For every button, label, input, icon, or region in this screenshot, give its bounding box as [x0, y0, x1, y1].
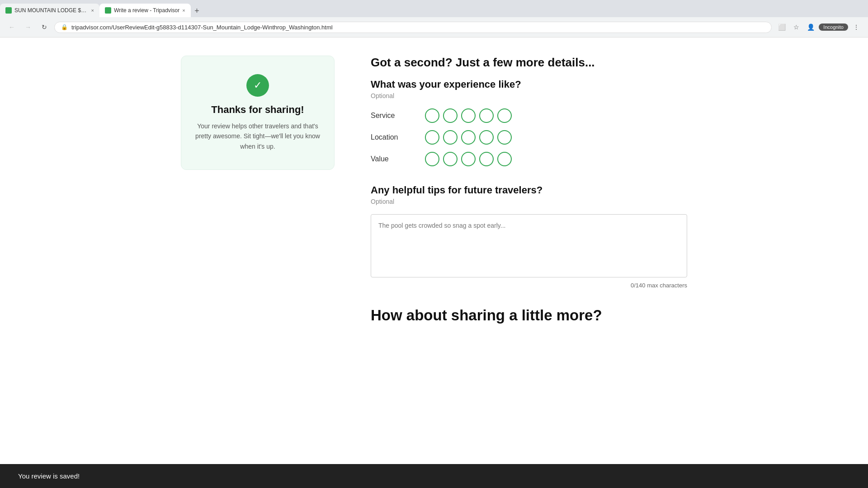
profile-button[interactable]: 👤: [804, 21, 817, 33]
tips-optional: Optional: [371, 198, 687, 205]
service-rating-row: Service: [371, 108, 687, 123]
more-title: How about sharing a little more?: [371, 307, 687, 324]
value-circle-5[interactable]: [497, 152, 512, 166]
service-circle-3[interactable]: [461, 108, 476, 123]
new-tab-button[interactable]: +: [191, 5, 203, 17]
location-label: Location: [371, 133, 425, 141]
reload-button[interactable]: ↻: [38, 21, 51, 33]
tips-textarea[interactable]: [371, 214, 687, 277]
service-circle-2[interactable]: [443, 108, 458, 123]
page-content: ✓ Thanks for sharing! Your review helps …: [0, 38, 868, 488]
value-circles: [425, 152, 512, 166]
browser-tab-1[interactable]: SUN MOUNTAIN LODGE $146 ( ×: [0, 4, 99, 17]
char-count: 0/140 max characters: [371, 282, 687, 289]
tab2-close[interactable]: ×: [182, 8, 185, 13]
thanks-title: Thanks for sharing!: [195, 104, 321, 116]
browser-toolbar: ← → ↻ 🔒 tripadvisor.com/UserReviewEdit-g…: [0, 17, 868, 37]
location-rating-row: Location: [371, 130, 687, 145]
experience-section: What was your experience like? Optional …: [371, 79, 687, 166]
tab1-close[interactable]: ×: [91, 8, 94, 13]
location-circle-3[interactable]: [461, 130, 476, 145]
thanks-body: Your review helps other travelers and th…: [195, 121, 321, 151]
value-label: Value: [371, 155, 425, 163]
forward-button[interactable]: →: [22, 21, 34, 33]
incognito-badge[interactable]: Incognito: [819, 23, 848, 31]
location-circle-1[interactable]: [425, 130, 439, 145]
thanks-card: ✓ Thanks for sharing! Your review helps …: [181, 56, 335, 170]
check-symbol: ✓: [254, 80, 262, 91]
right-panel: Got a second? Just a few more details...…: [371, 56, 687, 328]
value-circle-2[interactable]: [443, 152, 458, 166]
left-panel: ✓ Thanks for sharing! Your review helps …: [181, 56, 335, 328]
main-layout: ✓ Thanks for sharing! Your review helps …: [163, 38, 705, 328]
experience-title: What was your experience like?: [371, 79, 687, 90]
service-circle-4[interactable]: [479, 108, 494, 123]
main-heading: Got a second? Just a few more details...: [371, 56, 687, 70]
more-section: How about sharing a little more?: [371, 302, 687, 328]
menu-button[interactable]: ⋮: [850, 21, 863, 33]
tab2-title: Write a review - Tripadvisor: [114, 7, 179, 14]
value-circle-1[interactable]: [425, 152, 439, 166]
back-button[interactable]: ←: [5, 21, 18, 33]
service-circle-1[interactable]: [425, 108, 439, 123]
service-circles: [425, 108, 512, 123]
tips-title: Any helpful tips for future travelers?: [371, 184, 687, 196]
tab1-favicon: [5, 7, 12, 14]
location-circles: [425, 130, 512, 145]
location-circle-5[interactable]: [497, 130, 512, 145]
cast-button[interactable]: ⬜: [775, 21, 788, 33]
value-rating-row: Value: [371, 152, 687, 166]
browser-chrome: SUN MOUNTAIN LODGE $146 ( × Write a revi…: [0, 0, 868, 38]
experience-optional: Optional: [371, 92, 687, 99]
toast-message: You review is saved!: [18, 472, 80, 480]
browser-tab-2[interactable]: Write a review - Tripadvisor ×: [99, 4, 191, 17]
toolbar-actions: ⬜ ☆ 👤 Incognito ⋮: [775, 21, 863, 33]
value-circle-4[interactable]: [479, 152, 494, 166]
tips-section: Any helpful tips for future travelers? O…: [371, 184, 687, 289]
url-text: tripadvisor.com/UserReviewEdit-g58833-d1…: [71, 24, 333, 31]
toast-bar: You review is saved!: [0, 464, 868, 488]
lock-icon: 🔒: [61, 24, 68, 30]
browser-tabs: SUN MOUNTAIN LODGE $146 ( × Write a revi…: [0, 0, 868, 17]
bookmark-button[interactable]: ☆: [790, 21, 802, 33]
tab1-title: SUN MOUNTAIN LODGE $146 (: [14, 7, 89, 14]
value-circle-3[interactable]: [461, 152, 476, 166]
location-circle-4[interactable]: [479, 130, 494, 145]
address-bar[interactable]: 🔒 tripadvisor.com/UserReviewEdit-g58833-…: [54, 22, 772, 33]
service-circle-5[interactable]: [497, 108, 512, 123]
check-icon: ✓: [246, 74, 269, 97]
location-circle-2[interactable]: [443, 130, 458, 145]
tab2-favicon: [105, 7, 111, 14]
service-label: Service: [371, 112, 425, 120]
